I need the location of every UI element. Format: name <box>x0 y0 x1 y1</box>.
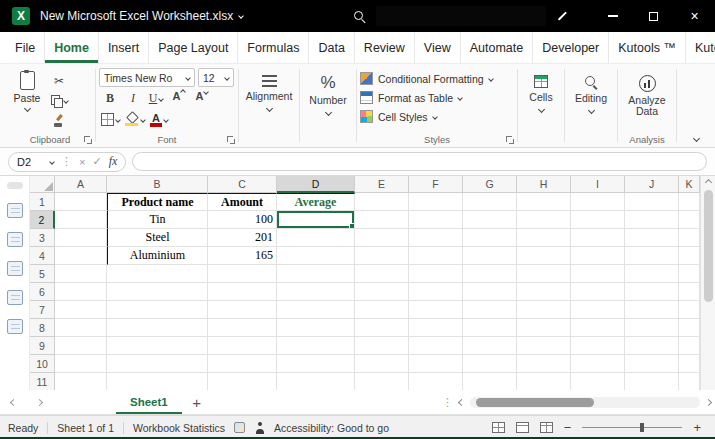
cell-K6[interactable] <box>679 283 700 301</box>
zoom-slider[interactable] <box>582 427 682 428</box>
confirm-entry-icon[interactable]: ✓ <box>92 155 101 168</box>
zoom-slider-thumb[interactable] <box>640 423 644 432</box>
horizontal-scrollbar[interactable] <box>470 397 700 408</box>
cell-H5[interactable] <box>517 265 571 283</box>
cell-E5[interactable] <box>355 265 409 283</box>
copy-button[interactable] <box>50 92 68 109</box>
cell-D8[interactable] <box>277 319 355 337</box>
cell-A4[interactable] <box>55 247 107 265</box>
cell-C2[interactable]: 100 <box>208 211 277 229</box>
cell-E2[interactable] <box>355 211 409 229</box>
cell-C1[interactable]: Amount <box>208 193 277 211</box>
column-header-e[interactable]: E <box>355 176 409 193</box>
cell-B1[interactable]: Product name <box>107 193 208 211</box>
menu-tab-formulas[interactable]: Formulas <box>238 32 309 63</box>
cell-C4[interactable]: 165 <box>208 247 277 265</box>
maximize-button[interactable] <box>633 0 674 32</box>
vertical-scrollbar[interactable] <box>700 176 715 390</box>
page-layout-view-icon[interactable] <box>516 422 529 433</box>
menu-tab-developer[interactable]: Developer <box>533 32 609 63</box>
row-header-9[interactable]: 9 <box>30 337 55 355</box>
sheetbar-dots-icon[interactable]: ⋮ <box>442 396 453 409</box>
row-header-11[interactable]: 11 <box>30 373 55 390</box>
alignment-button[interactable]: Alignment <box>242 68 296 133</box>
cell-F10[interactable] <box>409 355 463 373</box>
cell-B6[interactable] <box>107 283 208 301</box>
menu-tab-kutools[interactable]: Kutools ™ <box>609 32 686 63</box>
minimize-button[interactable] <box>592 0 633 32</box>
kutools-pane-icon-5[interactable] <box>7 319 23 334</box>
cell-J10[interactable] <box>625 355 679 373</box>
cell-G9[interactable] <box>463 337 517 355</box>
row-header-10[interactable]: 10 <box>30 355 55 373</box>
cell-J1[interactable] <box>625 193 679 211</box>
cell-D6[interactable] <box>277 283 355 301</box>
cell-I5[interactable] <box>571 265 625 283</box>
font-dialog-launcher[interactable] <box>227 136 235 144</box>
cell-E10[interactable] <box>355 355 409 373</box>
cell-B8[interactable] <box>107 319 208 337</box>
column-header-d[interactable]: D <box>277 176 355 193</box>
cell-J11[interactable] <box>625 373 679 390</box>
cell-J6[interactable] <box>625 283 679 301</box>
cell-D10[interactable] <box>277 355 355 373</box>
cell-H8[interactable] <box>517 319 571 337</box>
cell-I4[interactable] <box>571 247 625 265</box>
cell-D4[interactable] <box>277 247 355 265</box>
cell-E11[interactable] <box>355 373 409 390</box>
cell-I10[interactable] <box>571 355 625 373</box>
cell-K4[interactable] <box>679 247 700 265</box>
sheet-nav-left-button[interactable] <box>0 390 26 414</box>
cell-E7[interactable] <box>355 301 409 319</box>
styles-button-cell-styles[interactable]: Cell Styles <box>360 107 514 126</box>
cell-F9[interactable] <box>409 337 463 355</box>
row-header-5[interactable]: 5 <box>30 265 55 283</box>
cell-D3[interactable] <box>277 229 355 247</box>
row-header-8[interactable]: 8 <box>30 319 55 337</box>
cell-F5[interactable] <box>409 265 463 283</box>
search-icon[interactable] <box>353 10 366 23</box>
borders-button[interactable] <box>101 111 120 128</box>
menu-tab-view[interactable]: View <box>415 32 461 63</box>
cell-C6[interactable] <box>208 283 277 301</box>
cell-B9[interactable] <box>107 337 208 355</box>
analyze-data-button[interactable]: Analyze Data <box>621 68 673 133</box>
cell-G4[interactable] <box>463 247 517 265</box>
cell-K5[interactable] <box>679 265 700 283</box>
menu-tab-review[interactable]: Review <box>355 32 415 63</box>
hscroll-right-icon[interactable] <box>705 398 712 405</box>
cell-H1[interactable] <box>517 193 571 211</box>
zoom-in-button[interactable]: + <box>693 422 701 434</box>
cell-H7[interactable] <box>517 301 571 319</box>
cell-G7[interactable] <box>463 301 517 319</box>
cell-J8[interactable] <box>625 319 679 337</box>
format-painter-button[interactable] <box>50 112 68 129</box>
cell-C7[interactable] <box>208 301 277 319</box>
row-header-3[interactable]: 3 <box>30 229 55 247</box>
menu-tab-page-layout[interactable]: Page Layout <box>149 32 238 63</box>
cell-D5[interactable] <box>277 265 355 283</box>
cell-A3[interactable] <box>55 229 107 247</box>
name-box-chevron-icon[interactable] <box>49 159 55 165</box>
cell-H4[interactable] <box>517 247 571 265</box>
cell-A8[interactable] <box>55 319 107 337</box>
cell-B10[interactable] <box>107 355 208 373</box>
number-button[interactable]: % Number <box>303 68 353 133</box>
cell-K11[interactable] <box>679 373 700 390</box>
scroll-up-icon[interactable] <box>705 179 712 186</box>
cell-B11[interactable] <box>107 373 208 390</box>
column-header-a[interactable]: A <box>55 176 107 193</box>
cell-G2[interactable] <box>463 211 517 229</box>
title-chevron-down-icon[interactable] <box>238 13 244 19</box>
row-header-6[interactable]: 6 <box>30 283 55 301</box>
cell-D2[interactable] <box>277 211 355 229</box>
cell-G11[interactable] <box>463 373 517 390</box>
column-header-g[interactable]: G <box>463 176 517 193</box>
kutools-pane-handle[interactable] <box>7 182 23 189</box>
cell-E8[interactable] <box>355 319 409 337</box>
insert-function-icon[interactable]: fx <box>109 154 118 169</box>
row-header-4[interactable]: 4 <box>30 247 55 265</box>
cell-C11[interactable] <box>208 373 277 390</box>
cell-A2[interactable] <box>55 211 107 229</box>
cell-D11[interactable] <box>277 373 355 390</box>
